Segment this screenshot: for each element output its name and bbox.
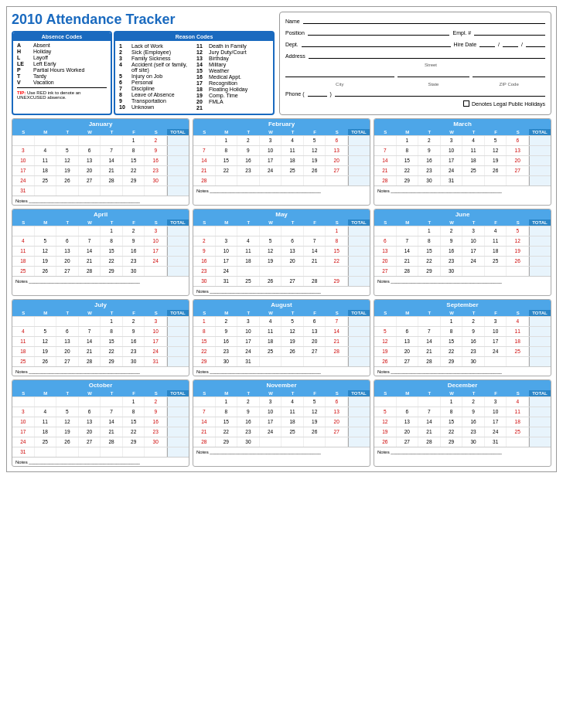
- cal-day-cell: 15: [397, 156, 419, 165]
- cal-day-cell: [35, 226, 57, 236]
- phone-area[interactable]: [308, 89, 327, 97]
- cal-week-row: 45678910: [12, 326, 189, 336]
- city-underline[interactable]: [285, 70, 394, 77]
- cal-week-row: 12131415161718: [374, 417, 551, 427]
- cal-day-cell: 23: [145, 427, 167, 437]
- cal-header-cell: T: [101, 219, 123, 226]
- cal-header-cell: F: [485, 129, 507, 135]
- cal-day-cell: 23: [145, 166, 167, 175]
- cal-day-cell: 5: [56, 407, 79, 417]
- cal-day-cell: 27: [79, 437, 101, 447]
- cal-day-cell: 23: [123, 257, 145, 266]
- absence-h: H Holiday: [17, 49, 107, 54]
- zip-underline[interactable]: [473, 70, 545, 77]
- cal-total-cell: [167, 447, 189, 457]
- code-t: T: [17, 73, 31, 79]
- cal-day-cell: 5: [507, 226, 529, 236]
- cal-day-cell: 5: [35, 327, 57, 336]
- hire-date-d3[interactable]: [526, 39, 545, 47]
- cal-day-cell: 2: [123, 226, 145, 236]
- reason-num: 12: [196, 49, 207, 55]
- reason-row: 8Leave of Absence: [119, 92, 192, 97]
- absence-a: A Absent: [17, 43, 107, 48]
- phone-number[interactable]: [335, 89, 545, 97]
- cal-day-cell: [35, 317, 57, 326]
- cal-header-cell: T: [418, 390, 441, 396]
- hire-date-label: Hire Date: [454, 42, 477, 47]
- cal-day-cell: 27: [397, 357, 419, 366]
- cal-day-cell: 3: [260, 136, 282, 145]
- cal-total-cell: [529, 136, 551, 145]
- cal-day-cell: 24: [216, 267, 238, 276]
- cal-day-cell: 28: [397, 267, 419, 276]
- cal-day-cell: [282, 267, 304, 276]
- cal-day-cell: 26: [56, 437, 79, 447]
- cal-day-cell: 4: [260, 317, 282, 326]
- cal-day-cell: 20: [397, 427, 419, 437]
- name-underline[interactable]: [303, 16, 545, 24]
- reason-num: 16: [196, 74, 207, 80]
- cal-day-cell: 8: [123, 407, 145, 417]
- hire-date-d2[interactable]: [503, 39, 518, 47]
- cal-week-row: 18192021222324: [12, 346, 189, 356]
- cal-day-cell: [216, 176, 238, 185]
- holiday-checkbox[interactable]: [463, 100, 469, 107]
- cal-week-row: 15161718192021: [193, 336, 370, 346]
- cal-total-cell: [529, 257, 551, 266]
- cal-header-cell: S: [193, 219, 216, 226]
- cal-day-cell: 21: [397, 257, 419, 266]
- cal-day-cell: 27: [56, 267, 79, 276]
- cal-day-cell: [79, 136, 101, 145]
- cal-total-cell: [167, 247, 189, 256]
- reason-num: 20: [196, 99, 207, 104]
- calendar-may: MaySMTWTFSTOTAL1234567891011121314151617…: [193, 209, 370, 296]
- cal-day-cell: 23: [462, 427, 485, 437]
- calendar-august: AugustSMTWTFSTOTAL1234567891011121314151…: [193, 299, 370, 376]
- cal-day-cell: [193, 226, 216, 236]
- cal-header-cell: S: [145, 310, 167, 316]
- cal-day-cell: 13: [397, 337, 419, 346]
- cal-day-cell: 15: [326, 247, 348, 256]
- cal-day-cell: [260, 176, 282, 185]
- cal-header-cell: T: [282, 310, 304, 316]
- cal-day-cell: 14: [304, 247, 326, 256]
- position-underline[interactable]: [308, 28, 450, 36]
- cal-day-cell: 19: [485, 156, 507, 165]
- cal-day-cell: 12: [304, 146, 326, 155]
- cal-day-cell: 26: [56, 176, 79, 185]
- cal-week-row: 22232425262728: [193, 346, 370, 356]
- cal-day-cell: 2: [237, 397, 260, 407]
- cal-day-cell: [304, 226, 326, 236]
- reason-text: Medical Appt.: [209, 74, 241, 80]
- cal-day-cell: 24: [485, 347, 507, 356]
- cal-total-cell: [167, 226, 189, 236]
- empl-underline[interactable]: [474, 28, 545, 36]
- cal-day-cell: 12: [374, 417, 397, 427]
- cal-day-cell: 31: [12, 447, 35, 457]
- cal-day-cell: 7: [79, 327, 101, 336]
- cal-total-cell: [167, 397, 189, 407]
- address-underline[interactable]: [309, 51, 545, 59]
- dept-underline[interactable]: [302, 39, 451, 47]
- cal-week-row: 21222324252627: [374, 165, 551, 175]
- cal-day-cell: 28: [79, 357, 101, 366]
- cal-day-cell: 20: [507, 156, 529, 165]
- cal-day-cell: 13: [304, 327, 326, 336]
- cal-total-cell: [529, 337, 551, 346]
- cal-day-cell: 5: [304, 136, 326, 145]
- cal-day-cell: 17: [441, 156, 463, 165]
- app-title: 2010 Attendance Tracker: [12, 12, 275, 28]
- cal-header-cell: M: [397, 310, 419, 316]
- cal-day-cell: 3: [260, 397, 282, 407]
- cal-day-cell: [462, 176, 485, 185]
- reason-num: 7: [119, 86, 130, 91]
- cal-week-row: 14151617181920: [193, 417, 370, 427]
- phone-line: Phone ( ): [285, 89, 545, 97]
- cal-day-cell: 22: [101, 347, 123, 356]
- phone-label: Phone (: [285, 91, 305, 97]
- hire-date-d1[interactable]: [479, 39, 495, 47]
- cal-day-cell: 18: [12, 257, 35, 266]
- cal-day-cell: 24: [485, 427, 507, 437]
- state-underline[interactable]: [398, 70, 470, 77]
- cal-day-cell: 24: [462, 257, 485, 266]
